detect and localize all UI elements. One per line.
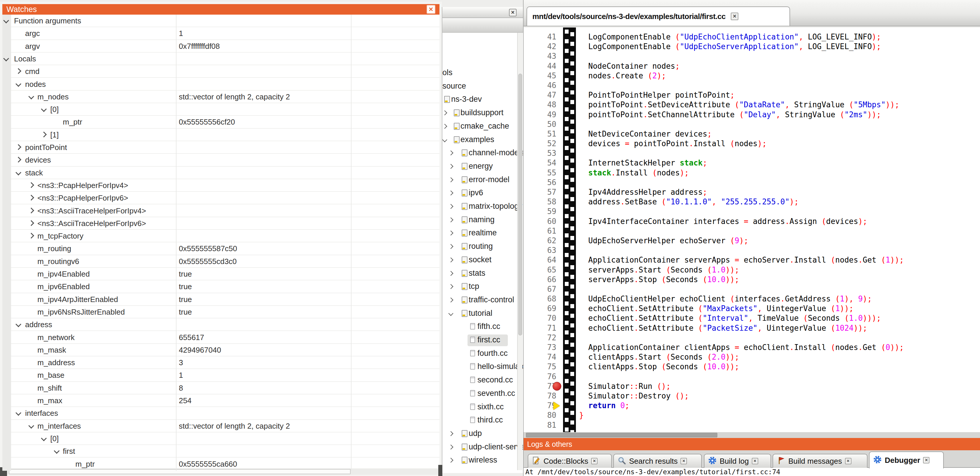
line-number[interactable]: 77 — [523, 382, 556, 391]
chevron-right-icon[interactable] — [449, 204, 453, 209]
close-icon[interactable]: ✕ — [923, 457, 929, 463]
tree-item-third-cc[interactable]: third.cc — [442, 414, 523, 426]
line-number[interactable]: 70 — [523, 313, 556, 323]
line-number[interactable]: 72 — [523, 333, 556, 343]
line-number[interactable]: 71 — [523, 323, 556, 333]
chevron-down-icon[interactable] — [16, 410, 21, 416]
watch-row[interactable]: pointToPoint — [2, 141, 439, 154]
project-tree[interactable]: olssourcens-3-devbuildsupportcmake_cache… — [442, 33, 523, 470]
tree-item-buildsupport[interactable]: buildsupport — [442, 107, 523, 119]
close-icon[interactable]: ✕ — [509, 9, 517, 16]
scrollbar-thumb[interactable] — [9, 469, 351, 474]
close-icon[interactable]: ✕ — [591, 458, 598, 464]
chevron-right-icon[interactable] — [449, 444, 453, 449]
tree-item-routing[interactable]: routing — [442, 241, 523, 253]
tree-item-naming[interactable]: naming — [442, 214, 523, 226]
scrollbar-thumb[interactable] — [526, 433, 718, 438]
tree-item-ols[interactable]: ols — [442, 67, 523, 79]
watch-row[interactable]: interfaces — [2, 407, 439, 420]
line-number[interactable]: 75 — [523, 362, 556, 372]
line-number[interactable]: 44 — [523, 61, 556, 71]
chevron-down-icon[interactable] — [28, 423, 34, 429]
line-number[interactable]: 49 — [523, 110, 556, 120]
logs-tab-build-messages[interactable]: Build messages✕ — [773, 454, 867, 468]
line-number[interactable]: 78 — [523, 391, 556, 401]
line-number[interactable]: 58 — [523, 197, 556, 207]
line-number[interactable]: 63 — [523, 246, 556, 255]
chevron-right-icon[interactable] — [41, 132, 47, 137]
watch-row[interactable]: m_ipv6NsRsJitterEnabledtrue — [2, 306, 439, 318]
tree-item-seventh-cc[interactable]: seventh.cc — [442, 388, 523, 400]
chevron-right-icon[interactable] — [449, 177, 453, 182]
chevron-right-icon[interactable] — [28, 208, 34, 214]
logs-tab-search-results[interactable]: Search results✕ — [613, 454, 702, 468]
line-number[interactable]: 47 — [523, 90, 556, 100]
watch-row[interactable]: m_interfacesstd::vector of length 2, cap… — [2, 420, 439, 433]
chevron-down-icon[interactable] — [28, 94, 34, 99]
line-number[interactable]: 81 — [523, 420, 556, 430]
chevron-right-icon[interactable] — [442, 110, 447, 115]
watch-row[interactable]: [0] — [2, 433, 439, 445]
watch-row[interactable]: first — [2, 445, 439, 458]
line-number[interactable]: 62 — [523, 236, 556, 246]
tree-item-hello-simulator-cc[interactable]: hello-simulator.cc — [442, 361, 523, 373]
chevron-down-icon[interactable] — [449, 311, 453, 316]
tree-item-ipv6[interactable]: ipv6 — [442, 187, 523, 200]
line-number[interactable]: 43 — [523, 51, 556, 61]
column-divider[interactable] — [351, 14, 352, 471]
chevron-right-icon[interactable] — [16, 144, 21, 150]
chevron-right-icon[interactable] — [449, 244, 453, 249]
code-area[interactable]: 41 LogComponentEnable ("UdpEchoClientApp… — [523, 27, 980, 432]
chevron-down-icon[interactable] — [16, 81, 21, 87]
line-number[interactable]: 60 — [523, 217, 556, 226]
chevron-right-icon[interactable] — [16, 68, 21, 74]
line-number[interactable]: 79 — [523, 401, 556, 411]
chevron-right-icon[interactable] — [28, 233, 34, 239]
logs-titlebar[interactable]: Logs & others — [523, 438, 980, 450]
tree-item-sixth-cc[interactable]: sixth.cc — [442, 401, 523, 414]
watch-row[interactable]: argc1 — [2, 27, 439, 40]
tree-item-fifth-cc[interactable]: fifth.cc — [442, 321, 523, 333]
tree-item-source[interactable]: source — [442, 80, 523, 93]
line-number[interactable]: 52 — [523, 139, 556, 149]
tree-item-examples[interactable]: examples — [442, 134, 523, 146]
chevron-right-icon[interactable] — [449, 150, 453, 155]
line-number[interactable]: 50 — [523, 120, 556, 129]
tree-item-cmake-cache[interactable]: cmake_cache — [442, 120, 523, 133]
line-number[interactable]: 80 — [523, 411, 556, 420]
watch-row[interactable]: m_shift8 — [2, 382, 439, 395]
line-number[interactable]: 55 — [523, 168, 556, 178]
line-number[interactable]: 66 — [523, 275, 556, 284]
watch-row[interactable]: m_ipv6Enabledtrue — [2, 280, 439, 293]
line-number[interactable]: 56 — [523, 178, 556, 187]
line-number[interactable]: 64 — [523, 255, 556, 265]
watch-row[interactable]: stack — [2, 167, 439, 179]
chevron-right-icon[interactable] — [449, 164, 453, 169]
logs-tab-debugger[interactable]: Debugger✕ — [869, 452, 944, 468]
line-number[interactable]: 69 — [523, 304, 556, 313]
close-icon[interactable]: ✕ — [681, 458, 687, 464]
chevron-right-icon[interactable] — [28, 220, 34, 226]
watch-row[interactable]: m_base1 — [2, 369, 439, 382]
watch-row[interactable]: m_nodesstd::vector of length 2, capacity… — [2, 91, 439, 103]
chevron-down-icon[interactable] — [16, 169, 21, 176]
chevron-down-icon[interactable] — [54, 448, 60, 454]
tree-item-fourth-cc[interactable]: fourth.cc — [442, 348, 523, 360]
watch-row[interactable]: <ns3::PcapHelperForIpv4> — [2, 179, 439, 192]
line-number[interactable]: 73 — [523, 343, 556, 352]
scrollbar-thumb[interactable] — [518, 73, 522, 335]
line-number[interactable]: 68 — [523, 294, 556, 304]
watches-table[interactable]: Function argumentsargc1argv0x7fffffffdf0… — [2, 14, 439, 471]
watch-row[interactable]: m_ipv4Enabledtrue — [2, 268, 439, 280]
chevron-right-icon[interactable] — [442, 124, 447, 129]
watch-row[interactable]: m_address3 — [2, 356, 439, 369]
column-divider[interactable] — [176, 14, 177, 471]
line-number[interactable]: 53 — [523, 149, 556, 158]
line-number[interactable]: 48 — [523, 100, 556, 110]
watch-row[interactable]: m_mask4294967040 — [2, 344, 439, 356]
tree-item-wireless[interactable]: wireless — [442, 454, 523, 466]
editor-tab-first-cc[interactable]: mnt/dev/tools/source/ns-3-dev/examples/t… — [527, 6, 790, 26]
tree-item-stats[interactable]: stats — [442, 268, 523, 280]
tree-item-tcp[interactable]: tcp — [442, 281, 523, 293]
watch-row[interactable]: <ns3::PcapHelperForIpv6> — [2, 192, 439, 204]
